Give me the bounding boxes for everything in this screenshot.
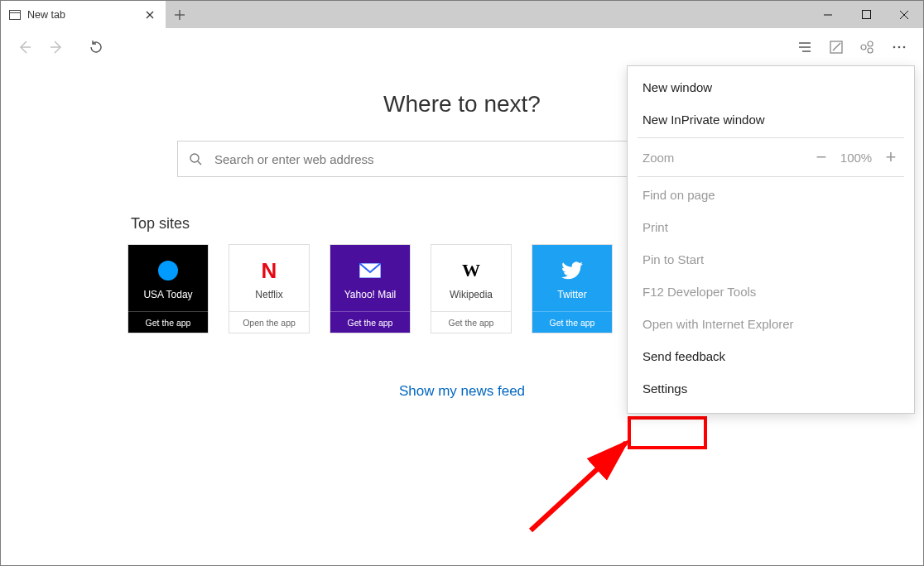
tile-label: Twitter xyxy=(554,289,590,300)
close-window-button[interactable] xyxy=(885,1,923,28)
more-menu: New window New InPrivate window Zoom − 1… xyxy=(627,65,915,414)
menu-zoom-row: Zoom − 100% + xyxy=(628,140,914,175)
forward-button[interactable] xyxy=(41,31,72,63)
toolbar xyxy=(1,28,923,66)
menu-separator xyxy=(638,137,904,138)
zoom-label: Zoom xyxy=(642,151,808,165)
svg-line-24 xyxy=(198,161,201,165)
svg-line-27 xyxy=(531,443,626,530)
menu-new-window[interactable]: New window xyxy=(628,71,914,103)
maximize-button[interactable] xyxy=(847,1,885,28)
tile-label: Netflix xyxy=(252,289,286,300)
svg-line-16 xyxy=(833,43,840,50)
mail-icon xyxy=(359,256,381,285)
tab-strip: New tab xyxy=(1,1,923,28)
svg-point-21 xyxy=(898,46,901,49)
web-note-button[interactable] xyxy=(821,31,852,63)
annotation-arrow xyxy=(514,431,655,539)
wikipedia-icon: W xyxy=(462,256,480,285)
minimize-button[interactable] xyxy=(809,1,847,28)
svg-point-23 xyxy=(190,154,199,162)
svg-point-19 xyxy=(868,48,873,53)
tile-sub: Get the app xyxy=(431,311,511,333)
search-icon xyxy=(189,152,202,165)
netflix-icon: N xyxy=(262,256,277,285)
usa-today-icon xyxy=(158,256,178,285)
menu-print[interactable]: Print xyxy=(628,211,914,243)
page-icon xyxy=(9,10,21,20)
tile-label: Yahoo! Mail xyxy=(341,289,399,300)
zoom-value: 100% xyxy=(835,151,878,165)
tile-sub: Get the app xyxy=(128,311,208,333)
svg-point-22 xyxy=(903,46,906,49)
svg-rect-7 xyxy=(862,11,870,19)
menu-new-inprivate[interactable]: New InPrivate window xyxy=(628,103,914,136)
reading-view-button[interactable] xyxy=(789,31,821,63)
menu-open-ie[interactable]: Open with Internet Explorer xyxy=(628,308,914,340)
svg-point-18 xyxy=(868,41,873,46)
share-button[interactable] xyxy=(852,31,883,63)
svg-point-20 xyxy=(893,46,896,49)
twitter-icon xyxy=(561,256,583,285)
tile-yahoo-mail[interactable]: Yahoo! Mail Get the app xyxy=(330,244,411,333)
zoom-in-button[interactable]: + xyxy=(878,146,904,168)
back-button[interactable] xyxy=(9,31,41,63)
browser-window: New tab xyxy=(0,0,924,566)
menu-feedback[interactable]: Send feedback xyxy=(628,340,914,372)
window-controls xyxy=(809,1,923,28)
tile-netflix[interactable]: N Netflix Open the app xyxy=(229,244,310,333)
zoom-out-button[interactable]: − xyxy=(808,146,835,168)
menu-find[interactable]: Find on page xyxy=(628,179,914,211)
active-tab[interactable]: New tab xyxy=(1,1,166,28)
new-tab-button[interactable] xyxy=(166,1,194,28)
tile-label: USA Today xyxy=(140,289,195,300)
tile-sub: Get the app xyxy=(532,311,612,333)
menu-pin[interactable]: Pin to Start xyxy=(628,243,914,276)
menu-devtools[interactable]: F12 Developer Tools xyxy=(628,276,914,308)
more-button[interactable] xyxy=(883,31,915,63)
tab-title: New tab xyxy=(27,9,65,21)
menu-separator xyxy=(638,176,904,177)
tile-sub: Open the app xyxy=(229,311,309,333)
annotation-highlight xyxy=(628,416,707,449)
tile-twitter[interactable]: Twitter Get the app xyxy=(532,244,613,333)
tile-sub: Get the app xyxy=(330,311,410,333)
menu-settings[interactable]: Settings xyxy=(628,372,914,405)
tile-wikipedia[interactable]: W Wikipedia Get the app xyxy=(431,244,512,333)
refresh-button[interactable] xyxy=(80,31,112,63)
svg-rect-0 xyxy=(10,10,21,19)
tile-usa-today[interactable]: USA Today Get the app xyxy=(128,244,209,333)
close-tab-icon[interactable] xyxy=(142,9,157,21)
tile-label: Wikipedia xyxy=(446,289,496,300)
svg-point-17 xyxy=(861,45,866,50)
